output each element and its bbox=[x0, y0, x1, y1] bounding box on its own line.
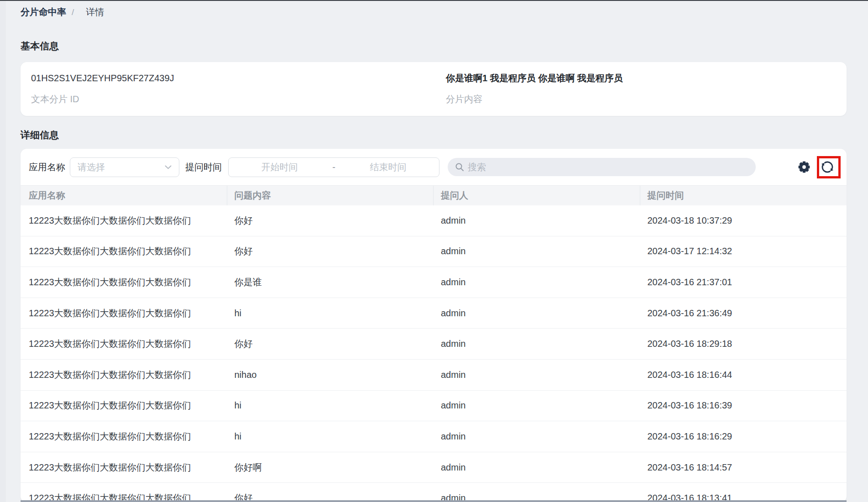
cell-asker: admin bbox=[434, 452, 640, 483]
col-header-ask-time[interactable]: 提问时间 bbox=[640, 186, 847, 205]
chunk-id-label: 文本分片 ID bbox=[31, 94, 434, 105]
chunk-content-label: 分片内容 bbox=[446, 94, 847, 105]
cell-asker: admin bbox=[434, 391, 640, 421]
ask-time-range-picker[interactable]: 开始时间 - 结束时间 bbox=[228, 157, 439, 177]
cell-asker: admin bbox=[434, 421, 640, 452]
search-icon bbox=[455, 162, 465, 172]
cell-question: hi bbox=[227, 421, 434, 452]
cell-question: 你好 bbox=[227, 236, 434, 267]
table-row: 12223大数据你们大数据你们大数据你们hiadmin2024-03-16 18… bbox=[21, 391, 847, 422]
search-placeholder: 搜索 bbox=[468, 161, 486, 173]
breadcrumb: 分片命中率 / 详情 bbox=[21, 6, 847, 18]
detail-info-title: 详细信息 bbox=[21, 130, 847, 141]
breadcrumb-separator: / bbox=[72, 7, 74, 18]
bottom-scrollbar-edge bbox=[21, 500, 847, 502]
cell-app-name: 12223大数据你们大数据你们大数据你们 bbox=[21, 205, 227, 236]
cell-ask-time: 2024-03-16 21:36:49 bbox=[640, 298, 847, 329]
cell-ask-time: 2024-03-16 18:13:41 bbox=[640, 483, 847, 502]
cell-ask-time: 2024-03-16 18:29:18 bbox=[640, 329, 847, 359]
cell-ask-time: 2024-03-16 18:14:57 bbox=[640, 452, 847, 483]
range-separator: - bbox=[330, 162, 337, 173]
page: 分片命中率 / 详情 基本信息 01HS2S1VEJ2EYHP95KF27Z43… bbox=[21, 0, 847, 502]
col-header-app-name[interactable]: 应用名称 bbox=[21, 186, 227, 205]
table-body: 12223大数据你们大数据你们大数据你们你好admin2024-03-18 10… bbox=[21, 205, 847, 502]
cell-app-name: 12223大数据你们大数据你们大数据你们 bbox=[21, 329, 227, 359]
cell-ask-time: 2024-03-16 18:16:29 bbox=[640, 421, 847, 452]
col-header-question[interactable]: 问题内容 bbox=[227, 186, 434, 205]
cell-ask-time: 2024-03-16 21:37:01 bbox=[640, 267, 847, 298]
cell-app-name: 12223大数据你们大数据你们大数据你们 bbox=[21, 483, 227, 502]
filter-toolbar: 应用名称 请选择 提问时间 开始时间 - 结束时间 搜索 bbox=[21, 149, 847, 185]
cell-asker: admin bbox=[434, 267, 640, 298]
cell-app-name: 12223大数据你们大数据你们大数据你们 bbox=[21, 421, 227, 452]
table-row: 12223大数据你们大数据你们大数据你们你好admin2024-03-16 18… bbox=[21, 329, 847, 360]
table-row: 12223大数据你们大数据你们大数据你们你是谁admin2024-03-16 2… bbox=[21, 267, 847, 298]
table-row: 12223大数据你们大数据你们大数据你们你好啊admin2024-03-16 1… bbox=[21, 452, 847, 483]
cell-ask-time: 2024-03-16 18:16:39 bbox=[640, 391, 847, 421]
settings-button[interactable] bbox=[798, 161, 810, 173]
cell-asker: admin bbox=[434, 236, 640, 267]
chunk-content-value: 你是谁啊1 我是程序员 你是谁啊 我是程序员 bbox=[446, 73, 847, 84]
table-row: 12223大数据你们大数据你们大数据你们hiadmin2024-03-16 18… bbox=[21, 421, 847, 452]
detail-table-card: 应用名称 请选择 提问时间 开始时间 - 结束时间 搜索 bbox=[21, 149, 847, 502]
cell-asker: admin bbox=[434, 329, 640, 359]
cell-asker: admin bbox=[434, 298, 640, 329]
cell-app-name: 12223大数据你们大数据你们大数据你们 bbox=[21, 391, 227, 421]
cell-question: hi bbox=[227, 298, 434, 329]
cell-asker: admin bbox=[434, 205, 640, 236]
cell-asker: admin bbox=[434, 360, 640, 390]
table-header: 应用名称 问题内容 提问人 提问时间 bbox=[21, 185, 847, 205]
chunk-content-field: 你是谁啊1 我是程序员 你是谁啊 我是程序员 分片内容 bbox=[434, 73, 847, 116]
basic-info-card: 01HS2S1VEJ2EYHP95KF27Z439J 文本分片 ID 你是谁啊1… bbox=[21, 62, 847, 116]
app-name-filter-label: 应用名称 bbox=[29, 161, 65, 173]
basic-info-title: 基本信息 bbox=[21, 41, 847, 52]
cell-ask-time: 2024-03-16 18:16:44 bbox=[640, 360, 847, 390]
refresh-highlight-box bbox=[817, 156, 841, 178]
gear-icon bbox=[798, 161, 810, 173]
cell-question: 你好啊 bbox=[227, 452, 434, 483]
cell-ask-time: 2024-03-17 12:14:32 bbox=[640, 236, 847, 267]
table-row: 12223大数据你们大数据你们大数据你们你好admin2024-03-18 10… bbox=[21, 205, 847, 236]
cell-question: 你是谁 bbox=[227, 267, 434, 298]
left-margin-strip bbox=[0, 0, 6, 502]
cell-app-name: 12223大数据你们大数据你们大数据你们 bbox=[21, 298, 227, 329]
cell-question: 你好 bbox=[227, 329, 434, 359]
cell-question: 你好 bbox=[227, 483, 434, 502]
table-row: 12223大数据你们大数据你们大数据你们nihaoadmin2024-03-16… bbox=[21, 360, 847, 391]
cell-question: hi bbox=[227, 391, 434, 421]
cell-question: nihao bbox=[227, 360, 434, 390]
col-header-asker[interactable]: 提问人 bbox=[434, 186, 640, 205]
cell-app-name: 12223大数据你们大数据你们大数据你们 bbox=[21, 267, 227, 298]
cell-asker: admin bbox=[434, 483, 640, 502]
breadcrumb-current: 详情 bbox=[86, 6, 104, 17]
cell-ask-time: 2024-03-18 10:37:29 bbox=[640, 205, 847, 236]
table-row: 12223大数据你们大数据你们大数据你们你好admin2024-03-17 12… bbox=[21, 236, 847, 267]
chunk-id-field: 01HS2S1VEJ2EYHP95KF27Z439J 文本分片 ID bbox=[21, 73, 434, 116]
app-name-select-placeholder: 请选择 bbox=[78, 161, 165, 173]
chunk-id-value: 01HS2S1VEJ2EYHP95KF27Z439J bbox=[31, 73, 434, 84]
chevron-down-icon bbox=[165, 165, 172, 169]
app-name-select[interactable]: 请选择 bbox=[70, 157, 179, 177]
cell-question: 你好 bbox=[227, 205, 434, 236]
table-row: 12223大数据你们大数据你们大数据你们你好admin2024-03-16 18… bbox=[21, 483, 847, 502]
end-time-input[interactable]: 结束时间 bbox=[337, 161, 439, 173]
cell-app-name: 12223大数据你们大数据你们大数据你们 bbox=[21, 236, 227, 267]
ask-time-filter-label: 提问时间 bbox=[185, 161, 222, 173]
breadcrumb-parent[interactable]: 分片命中率 bbox=[21, 6, 66, 17]
search-input[interactable]: 搜索 bbox=[448, 158, 756, 176]
window-top-edge bbox=[0, 0, 868, 1]
cell-app-name: 12223大数据你们大数据你们大数据你们 bbox=[21, 360, 227, 390]
cell-app-name: 12223大数据你们大数据你们大数据你们 bbox=[21, 452, 227, 483]
start-time-input[interactable]: 开始时间 bbox=[229, 161, 330, 173]
table-row: 12223大数据你们大数据你们大数据你们hiadmin2024-03-16 21… bbox=[21, 298, 847, 329]
